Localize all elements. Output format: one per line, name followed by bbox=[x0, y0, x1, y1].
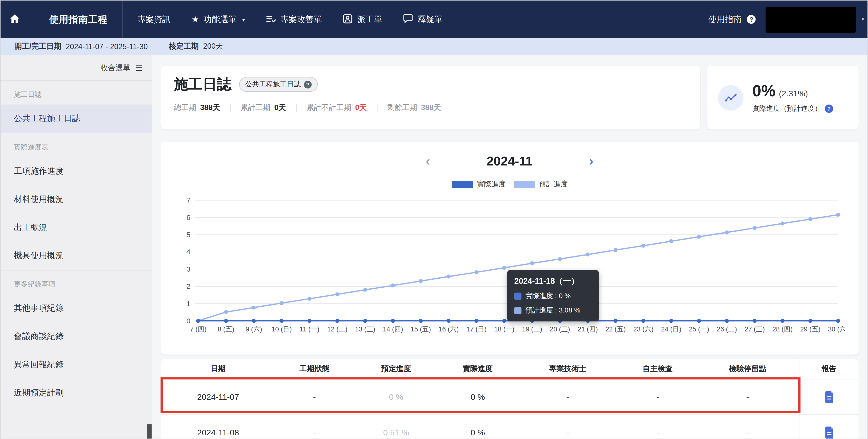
badge-help-icon[interactable]: ? bbox=[304, 80, 312, 88]
cell-self-check: - bbox=[619, 379, 696, 414]
svg-text:15 (五): 15 (五) bbox=[411, 325, 431, 333]
sidebar-item-other-records[interactable]: 其他事項紀錄 bbox=[0, 294, 152, 323]
svg-text:7 (四): 7 (四) bbox=[190, 325, 207, 333]
legend-actual: 實際進度 bbox=[452, 179, 506, 189]
main-content: 施工日誌 公共工程施工日誌 ? 總工期 388天 累計工期 bbox=[152, 55, 868, 439]
svg-text:8 (五): 8 (五) bbox=[218, 325, 234, 333]
trend-chart-icon bbox=[718, 85, 744, 110]
svg-text:18 (一): 18 (一) bbox=[494, 325, 515, 333]
svg-text:4: 4 bbox=[186, 248, 190, 256]
svg-text:12 (二): 12 (二) bbox=[327, 325, 347, 333]
dates-value: 2024-11-07 - 2025-11-30 bbox=[66, 42, 148, 50]
col-actual-progress: 實際進度 bbox=[439, 359, 516, 379]
progress-help-icon[interactable]: ? bbox=[825, 105, 833, 113]
sidebar-item-upcoming-plans[interactable]: 近期預定計劃 bbox=[0, 379, 152, 407]
expected-progress-value: (2.31%) bbox=[779, 89, 808, 98]
table-row[interactable]: 2024-11-08 - 0.51 % 0 % - - - bbox=[160, 415, 859, 439]
sidebar-item-machinery-usage[interactable]: 機具使用概況 bbox=[0, 242, 152, 270]
user-account-menu[interactable] bbox=[766, 6, 856, 32]
cell-date: 2024-11-07 bbox=[160, 379, 276, 414]
log-type-badge: 公共工程施工日誌 ? bbox=[239, 77, 318, 92]
account-caret-icon: ▾ bbox=[862, 16, 864, 22]
sidebar-item-public-works-log[interactable]: 公共工程施工日誌 bbox=[0, 105, 152, 133]
sidebar-item-meeting-records[interactable]: 會議商談紀錄 bbox=[0, 323, 152, 351]
month-nav: ‹ 2024-11 › bbox=[175, 150, 844, 171]
stat-total-duration: 總工期 388天 bbox=[174, 103, 220, 113]
progress-caption: 實際進度（預計進度） bbox=[752, 104, 822, 113]
nav-improvement-form[interactable]: 專案改善單 bbox=[266, 13, 322, 25]
month-label: 2024-11 bbox=[487, 154, 533, 168]
next-month-button[interactable]: › bbox=[586, 154, 597, 168]
report-icon[interactable] bbox=[799, 415, 859, 439]
user-guide-link[interactable]: 使用指南 bbox=[708, 14, 741, 25]
nav-divider bbox=[122, 0, 123, 38]
table-header-row: 日期 工期狀態 預定進度 實際進度 專業技術士 自主檢查 檢驗停留點 報告 bbox=[160, 359, 859, 379]
sidebar-section-construction-log: 施工日誌 bbox=[0, 81, 152, 105]
actual-progress-value: 0% bbox=[752, 82, 775, 100]
cell-hold-point: - bbox=[696, 415, 799, 439]
svg-text:25 (一): 25 (一) bbox=[689, 325, 709, 333]
table-row[interactable]: 2024-11-07 - 0 % 0 % - - - bbox=[160, 379, 859, 415]
log-overview-card: 施工日誌 公共工程施工日誌 ? 總工期 388天 累計工期 bbox=[160, 66, 700, 129]
sidebar-item-labor-overview[interactable]: 出工概況 bbox=[0, 213, 152, 242]
col-self-check: 自主檢查 bbox=[619, 359, 696, 379]
prev-month-button[interactable]: ‹ bbox=[422, 154, 433, 168]
cell-status: - bbox=[276, 379, 353, 414]
col-technician: 專業技術士 bbox=[517, 359, 619, 379]
line-chart[interactable]: 012345677 (四)8 (五)9 (六)10 (日)11 (一)12 (二… bbox=[175, 194, 844, 335]
cell-technician: - bbox=[517, 379, 619, 414]
sidebar-section-actual-progress: 實際進度表 bbox=[0, 133, 152, 157]
app-window: 使用指南工程 專案資訊 ★ 功能選單 ▾ 專案改善單 bbox=[0, 0, 868, 439]
stat-excluded-duration: 累計不計工期 0天 bbox=[306, 103, 367, 113]
collapse-menu-button[interactable]: 收合選單 ☰ bbox=[0, 55, 152, 80]
cell-planned: 0.51 % bbox=[353, 415, 439, 439]
chat-bubble-icon bbox=[403, 13, 413, 25]
daily-log-table: 日期 工期狀態 預定進度 實際進度 專業技術士 自主檢查 檢驗停留點 報告 20… bbox=[160, 359, 859, 439]
svg-text:7: 7 bbox=[186, 196, 190, 204]
help-icon[interactable]: ? bbox=[747, 15, 756, 24]
hamburger-icon: ☰ bbox=[135, 63, 143, 73]
sidebar-item-material-usage[interactable]: 材料使用概況 bbox=[0, 185, 152, 213]
cell-actual: 0 % bbox=[439, 415, 516, 439]
tooltip-actual-row: 實際進度 : 0 % bbox=[515, 292, 592, 301]
col-date: 日期 bbox=[160, 359, 276, 379]
svg-text:1: 1 bbox=[186, 300, 190, 308]
worker-badge-icon bbox=[343, 13, 353, 25]
page-title: 施工日誌 bbox=[174, 75, 231, 94]
sidebar-item-abnormal-reports[interactable]: 異常回報紀錄 bbox=[0, 351, 152, 379]
dates-label: 開工/完工日期 bbox=[14, 41, 61, 52]
svg-text:23 (六): 23 (六) bbox=[633, 325, 653, 333]
col-hold-point: 檢驗停留點 bbox=[696, 359, 799, 379]
col-planned-progress: 預定進度 bbox=[353, 359, 439, 379]
svg-text:3: 3 bbox=[186, 265, 190, 273]
svg-text:11 (一): 11 (一) bbox=[300, 325, 319, 333]
svg-text:30 (六): 30 (六) bbox=[828, 325, 845, 333]
duration-stats: 總工期 388天 累計工期 0天 累計不計工期 0天 bbox=[174, 103, 687, 113]
home-button[interactable] bbox=[9, 13, 34, 25]
svg-text:26 (二): 26 (二) bbox=[717, 325, 737, 333]
nav-clarification-form[interactable]: 釋疑單 bbox=[403, 13, 442, 25]
nav-function-menu[interactable]: ★ 功能選單 ▾ bbox=[191, 14, 245, 25]
duration-value: 200天 bbox=[203, 41, 223, 52]
nav-dispatch-form[interactable]: 派工單 bbox=[343, 13, 382, 25]
svg-text:9 (六): 9 (六) bbox=[246, 325, 262, 333]
report-icon[interactable] bbox=[799, 379, 859, 414]
svg-text:13 (三): 13 (三) bbox=[355, 325, 375, 333]
sidebar-section-more-records: 更多紀錄事項 bbox=[0, 270, 152, 294]
nav-project-info[interactable]: 專案資訊 bbox=[137, 14, 170, 25]
sidebar-scrollbar[interactable] bbox=[147, 424, 152, 439]
col-report: 報告 bbox=[799, 359, 859, 379]
checklist-icon bbox=[266, 13, 276, 25]
project-dates-bar: 開工/完工日期 2024-11-07 - 2025-11-30 核定工期 200… bbox=[0, 38, 868, 55]
progress-summary-card: 0% (2.31%) 實際進度（預計進度） ? bbox=[707, 66, 859, 129]
project-title: 使用指南工程 bbox=[34, 13, 122, 26]
svg-text:2: 2 bbox=[186, 282, 190, 290]
svg-text:24 (日): 24 (日) bbox=[661, 325, 681, 333]
home-icon bbox=[9, 13, 20, 25]
svg-text:22 (五): 22 (五) bbox=[606, 325, 626, 333]
svg-text:0: 0 bbox=[186, 317, 190, 325]
svg-text:28 (四): 28 (四) bbox=[772, 325, 793, 333]
sidebar-item-work-progress[interactable]: 工項施作進度 bbox=[0, 157, 152, 185]
stat-cumulative-duration: 累計工期 0天 bbox=[241, 103, 286, 113]
chart-tooltip: 2024-11-18（一） 實際進度 : 0 % 預計進度 : 3.08 % bbox=[507, 270, 599, 321]
